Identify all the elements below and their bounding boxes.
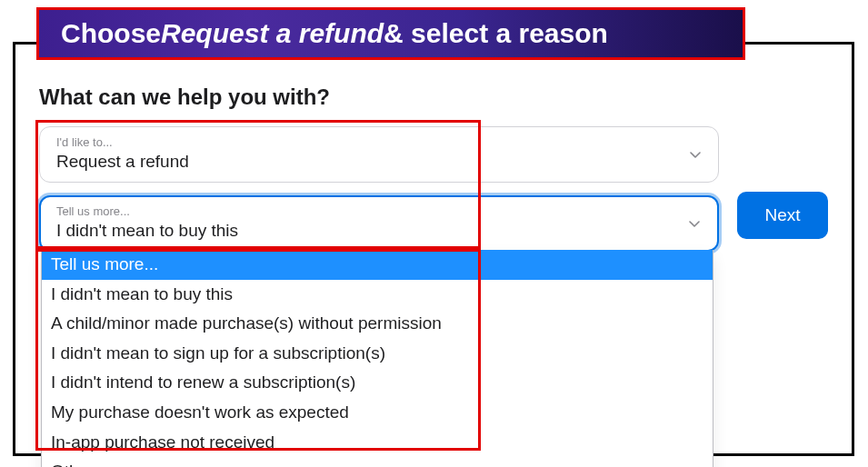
request-type-label: I'd like to...	[56, 136, 678, 149]
request-type-select[interactable]: I'd like to... Request a refund	[39, 126, 719, 183]
chevron-down-icon	[689, 148, 702, 161]
banner-italic: Request a refund	[161, 18, 384, 49]
dropdown-option[interactable]: A child/minor made purchase(s) without p…	[42, 309, 713, 339]
dropdown-option[interactable]: I didn't mean to sign up for a subscript…	[42, 339, 713, 369]
page-title: What can we help you with?	[39, 84, 828, 110]
dropdown-option[interactable]: In-app purchase not received	[42, 428, 713, 458]
form-row: I'd like to... Request a refund Tell us …	[39, 126, 828, 264]
reason-label: Tell us more...	[56, 205, 678, 218]
dropdown-option[interactable]: Other	[42, 457, 713, 467]
reason-select[interactable]: Tell us more... I didn't mean to buy thi…	[39, 195, 719, 252]
dropdown-option[interactable]: I didn't mean to buy this	[42, 280, 713, 310]
selects-column: I'd like to... Request a refund Tell us …	[39, 126, 719, 264]
request-type-value: Request a refund	[56, 151, 678, 173]
dropdown-option[interactable]: My purchase doesn't work as expected	[42, 398, 713, 428]
next-button[interactable]: Next	[737, 192, 828, 239]
reason-dropdown-list[interactable]: Tell us more...I didn't mean to buy this…	[41, 250, 713, 467]
dropdown-option[interactable]: I didn't intend to renew a subscription(…	[42, 368, 713, 398]
chevron-down-icon	[688, 217, 701, 230]
dropdown-option[interactable]: Tell us more...	[42, 250, 713, 280]
app-window: What can we help you with? I'd like to..…	[13, 42, 854, 456]
reason-value: I didn't mean to buy this	[56, 220, 678, 242]
banner-suffix: & select a reason	[384, 18, 608, 49]
instruction-banner: Choose Request a refund & select a reaso…	[36, 7, 745, 60]
banner-prefix: Choose	[61, 18, 161, 49]
